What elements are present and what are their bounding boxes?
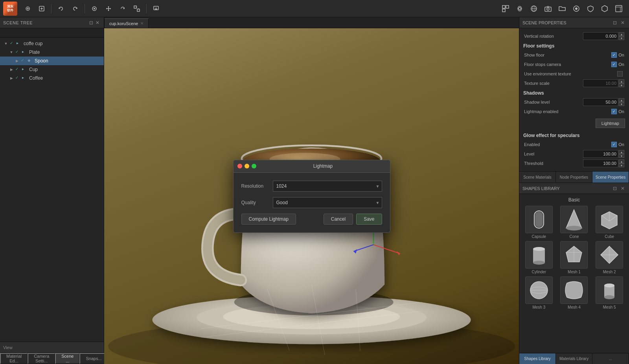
new-tab-button[interactable]: [35, 2, 48, 15]
mesh1-label: Mesh 1: [568, 270, 581, 274]
svg-point-49: [533, 261, 545, 265]
snaps-tab[interactable]: Snaps...: [79, 353, 107, 364]
quality-select-wrapper: Low Medium Good High Ultra ▼: [273, 197, 382, 208]
ts-spinner-down[interactable]: ▼: [619, 83, 624, 87]
shape-item-capsule[interactable]: Capsule: [522, 206, 555, 239]
move-button[interactable]: [102, 2, 115, 15]
gt-spinner-down[interactable]: ▼: [619, 163, 624, 167]
glow-enabled-checkbox[interactable]: ✓: [611, 142, 617, 147]
tree-item-coffe-cup[interactable]: ▼ ✓ ▸ coffe cup: [0, 39, 104, 48]
material-ed-tab[interactable]: Material Ed...: [0, 353, 28, 364]
texture-scale-label: Texture scale: [524, 81, 583, 86]
scene-tree-close-button[interactable]: ✕: [94, 20, 101, 26]
glow-enabled-on: On: [618, 142, 624, 147]
capsule-label: Capsule: [532, 234, 546, 239]
shape-item-cube[interactable]: Cube: [593, 206, 626, 239]
settings-button[interactable]: [513, 2, 526, 15]
glow-level-input[interactable]: [583, 150, 618, 158]
shape-item-mesh3[interactable]: Mesh 3: [522, 276, 555, 309]
shape-item-cone[interactable]: Cone: [558, 206, 591, 239]
cancel-button[interactable]: Cancel: [324, 214, 353, 225]
shadow-level-spinner: ▲ ▼: [619, 98, 624, 106]
undo-button[interactable]: [55, 2, 67, 15]
vr-spinner-down[interactable]: ▼: [619, 36, 624, 40]
rotate-button[interactable]: [116, 2, 129, 15]
vertical-rotation-input[interactable]: [583, 32, 618, 40]
separator-2: [85, 4, 85, 13]
quality-select[interactable]: Low Medium Good High Ultra: [273, 197, 382, 208]
gt-spinner-up[interactable]: ▲: [619, 159, 624, 163]
save-button[interactable]: Save: [356, 214, 382, 225]
resolution-select[interactable]: 512 1024 2048 4096: [273, 181, 382, 192]
folder-button[interactable]: [556, 2, 568, 15]
minimize-traffic-light[interactable]: [245, 164, 249, 168]
floor-stops-camera-value: ✓ On: [611, 62, 624, 67]
redo-button[interactable]: [69, 2, 81, 15]
shapes-grid: Capsule Cone: [522, 206, 626, 309]
new-scene-button[interactable]: ⊕: [21, 2, 34, 15]
viewport-tabs-bar: cup.koruScene ✕: [104, 17, 519, 28]
show-floor-checkbox[interactable]: ✓: [611, 52, 617, 58]
scene-properties-tab[interactable]: Scene Properties: [592, 172, 629, 183]
lightmap-button[interactable]: Lightmap: [596, 119, 625, 128]
lightmap-enabled-checkbox[interactable]: ✓: [611, 109, 617, 114]
scene-props-close[interactable]: ✕: [620, 20, 626, 26]
tab-cup-scene[interactable]: cup.koruScene ✕: [104, 18, 149, 28]
cylinder-label: Cylinder: [532, 270, 546, 274]
other-shapes-tab[interactable]: ...: [592, 353, 629, 364]
camera-button[interactable]: [542, 2, 554, 15]
camera-setti-tab[interactable]: Camera Setti...: [28, 353, 55, 364]
shadow-level-input[interactable]: [583, 98, 618, 106]
export-button[interactable]: [150, 2, 162, 15]
ts-spinner-up[interactable]: ▲: [619, 79, 624, 83]
expand-arrow-coffee: ▶: [9, 75, 14, 81]
label-plate: Plate: [29, 49, 40, 55]
floor-stops-camera-checkbox[interactable]: ✓: [611, 62, 617, 67]
shape-item-mesh5[interactable]: Mesh 5: [593, 276, 626, 309]
tree-item-spoon[interactable]: ▶ ✓ ◈ Spoon: [0, 57, 104, 65]
label-spoon: Spoon: [35, 58, 48, 64]
tree-item-coffee[interactable]: ▶ ✓ ▸ Coffee: [0, 74, 104, 82]
scene-props-detach[interactable]: ⊡: [612, 20, 618, 26]
render-button[interactable]: [570, 2, 583, 15]
gl-spinner-up[interactable]: ▲: [619, 150, 624, 154]
glow-threshold-input[interactable]: [583, 159, 618, 167]
shape-item-cylinder[interactable]: Cylinder: [522, 241, 555, 274]
transform-button[interactable]: [88, 2, 101, 15]
shapes-detach-btn[interactable]: ⊡: [612, 185, 618, 192]
shape-item-mesh4[interactable]: Mesh 4: [558, 276, 591, 309]
glow-level-value: ▲ ▼: [583, 150, 624, 158]
floor-stops-camera-label: Floor stops camera: [524, 62, 611, 67]
sl-spinner-down[interactable]: ▼: [619, 102, 624, 106]
scale-button[interactable]: [131, 2, 143, 15]
gl-spinner-down[interactable]: ▼: [619, 154, 624, 158]
node-properties-tab[interactable]: Node Properties: [556, 172, 592, 183]
vertical-rotation-row: Vertical rotation ▲ ▼: [523, 31, 625, 41]
shape-item-mesh1[interactable]: Mesh 1: [558, 241, 591, 274]
scene-tab[interactable]: Scene ...: [55, 353, 79, 364]
shape-item-mesh2[interactable]: Mesh 2: [593, 241, 626, 274]
tab-close-button[interactable]: ✕: [140, 21, 143, 26]
maximize-traffic-light[interactable]: [252, 164, 256, 168]
scene-view-button[interactable]: [499, 2, 512, 15]
scene-tree-detach-button[interactable]: ⊡: [88, 20, 94, 26]
materials-library-tab[interactable]: Materials Library: [556, 353, 592, 364]
texture-scale-input[interactable]: [583, 79, 618, 87]
viewport[interactable]: Lightmap Resolution 512 1024 204: [104, 28, 519, 364]
hexagon-button[interactable]: [598, 2, 611, 15]
icon-coffee: ▸: [22, 75, 28, 81]
vr-spinner-up[interactable]: ▲: [619, 32, 624, 36]
close-traffic-light[interactable]: [237, 164, 242, 168]
tree-item-plate[interactable]: ▼ ✓ ▸ Plate: [0, 48, 104, 57]
bottom-tabs-bar: Material Ed... Camera Setti... Scene ...…: [0, 353, 104, 364]
scene-materials-tab[interactable]: Scene Materials: [519, 172, 556, 183]
tree-item-cup[interactable]: ▶ ✓ ▸ Cup: [0, 65, 104, 74]
shapes-library-tab[interactable]: Shapes Library: [519, 353, 556, 364]
globe-button[interactable]: [528, 2, 540, 15]
sl-spinner-up[interactable]: ▲: [619, 98, 624, 102]
shield-button[interactable]: [584, 2, 597, 15]
compute-lightmap-button[interactable]: Compute Lightmap: [241, 214, 296, 225]
panel-button[interactable]: [612, 2, 625, 15]
use-env-texture-checkbox[interactable]: [617, 71, 623, 77]
shapes-close-btn[interactable]: ✕: [620, 185, 626, 192]
